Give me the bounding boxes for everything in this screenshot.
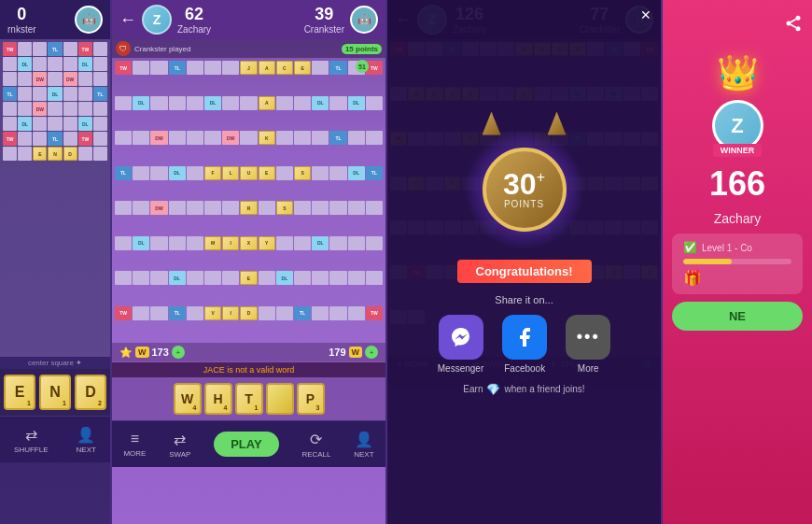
cell: DL	[276, 271, 293, 285]
cell-e	[33, 87, 47, 101]
cell	[329, 166, 346, 180]
nav-more[interactable]: ≡ MORE	[123, 431, 146, 458]
cell: TL	[169, 306, 186, 320]
cell	[115, 131, 132, 145]
rack-tile-w[interactable]: W4	[174, 383, 202, 415]
cell-e	[18, 87, 32, 101]
cell-e	[33, 132, 47, 146]
play-button[interactable]: PLAY	[214, 432, 278, 457]
p2-score-right: 39 Crankster	[304, 5, 344, 35]
crankster-notification: 🛡 Crankster played 15 points	[112, 39, 385, 58]
cell	[348, 271, 365, 285]
cell-t: E	[33, 147, 47, 161]
cell-tl: TL	[48, 132, 62, 146]
cell	[187, 271, 203, 285]
modal-close-button[interactable]: ✕	[640, 7, 651, 22]
cell	[222, 201, 239, 215]
cell	[366, 96, 383, 110]
panel-1: 0 rnkster 🤖 TW TL TW DL DL DW DW	[0, 0, 112, 524]
recall-icon: ⟳	[310, 431, 322, 448]
panel1-nav-next[interactable]: 👤 NEXT	[77, 426, 96, 454]
cell	[276, 306, 293, 320]
share-top-icon[interactable]	[784, 14, 803, 36]
cell: TL	[329, 131, 346, 145]
plus-badge-left: +	[172, 346, 185, 359]
panel1-nav-shuffle[interactable]: ⇄ SHUFFLE	[14, 426, 48, 454]
cell-e	[93, 132, 107, 146]
rack-tile-e[interactable]: E1	[4, 375, 35, 410]
svg-point-0	[796, 16, 801, 21]
p2-score-left: 62 Zachary	[177, 5, 211, 35]
cell-e	[3, 147, 17, 161]
share-more[interactable]: ••• More	[566, 315, 610, 374]
shuffle-icon: ⇄	[25, 426, 37, 444]
rack-tile-blank[interactable]	[266, 383, 294, 415]
center-label: center square ✦	[0, 357, 110, 369]
winner-final-score: 166	[709, 164, 765, 204]
cell: TL	[115, 166, 132, 180]
cell-e	[48, 57, 62, 71]
rack-tile-d[interactable]: D2	[75, 375, 106, 410]
cell	[294, 201, 311, 215]
cell-tw: TW	[78, 42, 92, 56]
cell	[276, 131, 293, 145]
gift-row: 🎁	[683, 269, 791, 287]
panel-4: 👑 Z WINNER 166 Zachary ✅ Level 1 - Co 🎁 …	[663, 0, 812, 524]
cell	[222, 61, 239, 75]
earn-suffix: when a friend joins!	[504, 384, 584, 394]
cell	[115, 236, 132, 250]
cell	[187, 166, 203, 180]
rack-tile-p[interactable]: P3	[297, 383, 325, 415]
rack-tile-h[interactable]: H4	[204, 383, 232, 415]
next-icon: 👤	[77, 426, 95, 444]
cell-e	[48, 102, 62, 116]
cell	[312, 306, 329, 320]
crankster-played-text: Crankster played	[134, 45, 190, 53]
cell: TL	[329, 61, 346, 75]
cell: A	[259, 96, 275, 110]
cell-dl: DL	[78, 57, 92, 71]
back-button[interactable]: ←	[119, 10, 136, 30]
cell: A	[259, 61, 275, 75]
cell: J	[240, 61, 257, 75]
cell	[366, 201, 383, 215]
new-game-button[interactable]: NE	[672, 302, 803, 331]
p2-left-score-display: ⭐ W 173 +	[119, 346, 185, 359]
rack-tile-t[interactable]: T1	[235, 383, 263, 415]
more-label-share: More	[578, 363, 599, 374]
panel1-header: 0 rnkster 🤖	[0, 0, 110, 39]
nav-swap[interactable]: ⇄ SWAP	[169, 431, 190, 459]
earn-row: Earn 💎 when a friend joins!	[463, 383, 584, 396]
swap-label: SWAP	[169, 450, 190, 459]
cat-ear-right	[548, 112, 567, 135]
rack-tile-n[interactable]: N1	[39, 375, 71, 410]
cell-dw: DW	[33, 72, 47, 86]
hamburger-icon: ≡	[131, 431, 139, 447]
nav-recall[interactable]: ⟳ RECALL	[301, 431, 330, 459]
cell-t: D	[63, 147, 77, 161]
cell	[169, 236, 186, 250]
shield-icon: 🛡	[116, 41, 131, 56]
cell	[276, 236, 293, 250]
cell	[276, 166, 293, 180]
cell: DL	[204, 96, 221, 110]
panel1-bottom-nav: ⇄ SHUFFLE 👤 NEXT	[0, 416, 110, 462]
level-header: ✅ Level 1 - Co	[683, 241, 791, 254]
cell	[169, 201, 186, 215]
cell-e	[33, 117, 47, 131]
cell	[222, 96, 239, 110]
share-messenger[interactable]: Messenger	[438, 315, 483, 374]
cell	[187, 201, 203, 215]
nav-next[interactable]: 👤 NEXT	[354, 431, 373, 459]
player-avatar: Z	[142, 5, 172, 35]
cell	[294, 236, 311, 250]
cell	[366, 131, 383, 145]
share-facebook[interactable]: Facebook	[502, 315, 547, 374]
p2-score-num: 62	[185, 5, 203, 24]
cell	[133, 61, 149, 75]
cell-dl: DL	[18, 117, 32, 131]
cell	[312, 271, 329, 285]
cell: E	[259, 166, 275, 180]
cell-e	[78, 147, 92, 161]
cell	[187, 131, 203, 145]
